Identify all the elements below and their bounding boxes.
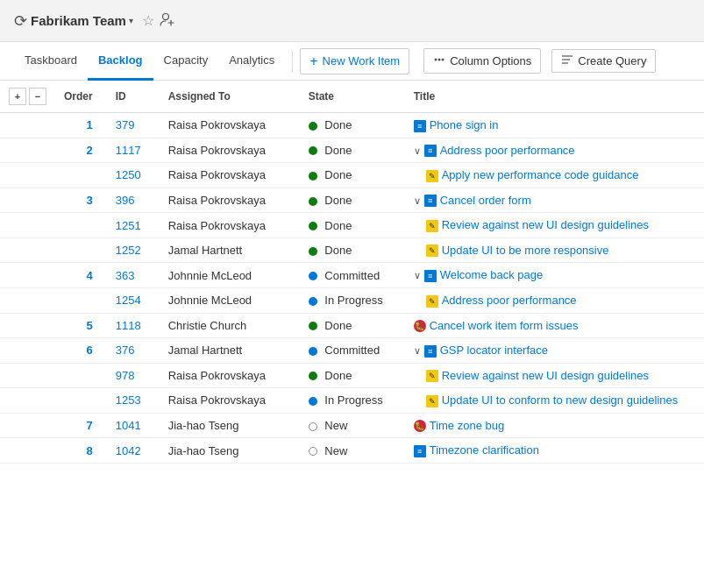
title-link[interactable]: Cancel order form bbox=[440, 194, 531, 207]
row-order: 2 bbox=[55, 138, 107, 163]
row-order: 8 bbox=[55, 438, 107, 464]
row-id[interactable]: 376 bbox=[107, 338, 160, 364]
title-link[interactable]: Cancel work item form issues bbox=[430, 319, 579, 332]
state-label: Done bbox=[324, 319, 352, 332]
table-row: 3 396 Raisa Pokrovskaya Done ∨≡Cancel or… bbox=[0, 188, 704, 213]
table-row: 1252 Jamal Hartnett Done ✎Update UI to b… bbox=[0, 237, 704, 263]
row-title: ✎Update UI to be more responsive bbox=[405, 237, 704, 263]
title-link[interactable]: Review against new UI design guidelines bbox=[442, 218, 649, 231]
row-id[interactable]: 1250 bbox=[107, 163, 160, 188]
collapse-toggle[interactable]: ∨ bbox=[414, 145, 421, 156]
expand-all-button[interactable]: + bbox=[9, 88, 26, 105]
row-id[interactable]: 363 bbox=[107, 263, 160, 288]
tab-analytics[interactable]: Analytics bbox=[218, 42, 285, 81]
bug-icon: 🐛 bbox=[414, 420, 426, 432]
team-name: Fabrikam Team bbox=[31, 13, 126, 28]
tab-backlog[interactable]: Backlog bbox=[88, 42, 153, 81]
title-link[interactable]: Review against new UI design guidelines bbox=[442, 369, 649, 382]
title-link[interactable]: Apply new performance code guidance bbox=[442, 168, 639, 181]
chevron-down-icon[interactable]: ▾ bbox=[129, 16, 133, 25]
user-story-icon: ≡ bbox=[414, 120, 426, 132]
row-id[interactable]: 1251 bbox=[107, 213, 160, 238]
title-link[interactable]: Welcome back page bbox=[440, 268, 544, 281]
row-assigned: Jia-hao Tseng bbox=[160, 438, 300, 464]
row-id[interactable]: 1253 bbox=[107, 388, 160, 414]
top-bar: ⟳ Fabrikam Team ▾ ☆ Taskboard Backlog Ca… bbox=[0, 0, 704, 81]
column-options-label: Column Options bbox=[450, 54, 531, 67]
state-dot bbox=[309, 272, 317, 280]
row-order bbox=[55, 363, 107, 388]
row-id[interactable]: 1252 bbox=[107, 237, 160, 263]
row-id[interactable]: 1117 bbox=[107, 138, 160, 163]
row-id[interactable]: 1118 bbox=[107, 313, 160, 338]
backlog-table: + − Order ID Assigned To State Title 1 3… bbox=[0, 81, 704, 464]
row-title: ≡Timezone clarification bbox=[405, 438, 704, 464]
title-link[interactable]: GSP locator interface bbox=[440, 344, 548, 357]
row-order: 4 bbox=[55, 263, 107, 288]
column-options-icon bbox=[433, 53, 445, 68]
title-link[interactable]: Timezone clarification bbox=[430, 443, 539, 457]
create-query-icon bbox=[561, 54, 573, 67]
row-state: Committed bbox=[300, 263, 405, 288]
row-id[interactable]: 1041 bbox=[107, 413, 160, 438]
collapse-toggle[interactable]: ∨ bbox=[414, 195, 421, 206]
row-title: ✎Review against new UI design guidelines bbox=[405, 363, 704, 388]
add-person-icon[interactable] bbox=[160, 11, 175, 31]
table-row: 8 1042 Jia-hao Tseng New ≡Timezone clari… bbox=[0, 438, 704, 464]
state-label: Done bbox=[324, 244, 352, 257]
row-title: ✎Address poor performance bbox=[405, 287, 704, 313]
column-options-button[interactable]: Column Options bbox=[423, 48, 541, 74]
collapse-all-button[interactable]: − bbox=[29, 88, 46, 105]
table-row: 1 379 Raisa Pokrovskaya Done ≡Phone sign… bbox=[0, 113, 704, 138]
state-label: Done bbox=[324, 369, 352, 382]
create-query-label: Create Query bbox=[578, 54, 646, 67]
collapse-toggle[interactable]: ∨ bbox=[414, 345, 421, 356]
new-work-item-button[interactable]: + New Work Item bbox=[300, 48, 409, 74]
state-dot bbox=[309, 397, 317, 406]
title-link[interactable]: Time zone bug bbox=[430, 419, 505, 432]
title-link[interactable]: Update UI to be more responsive bbox=[442, 244, 609, 257]
row-state: Done bbox=[300, 213, 405, 238]
svg-point-5 bbox=[442, 59, 444, 61]
row-order bbox=[55, 287, 107, 313]
table-row: 4 363 Johnnie McLeod Committed ∨≡Welcome… bbox=[0, 263, 704, 288]
state-dot bbox=[309, 197, 317, 206]
title-link[interactable]: Phone sign in bbox=[430, 118, 499, 131]
create-query-button[interactable]: Create Query bbox=[551, 49, 656, 73]
star-icon[interactable]: ☆ bbox=[142, 12, 154, 29]
row-expand-cell bbox=[0, 413, 55, 438]
title-link[interactable]: Update UI to conform to new design guide… bbox=[442, 393, 679, 407]
row-id[interactable]: 978 bbox=[107, 363, 160, 388]
task-icon: ✎ bbox=[426, 395, 438, 407]
title-link[interactable]: Address poor performance bbox=[442, 294, 577, 307]
tab-capacity[interactable]: Capacity bbox=[153, 42, 219, 81]
task-icon: ✎ bbox=[426, 244, 438, 257]
order-header: Order bbox=[55, 81, 107, 113]
row-assigned: Raisa Pokrovskaya bbox=[160, 388, 300, 414]
tab-taskboard[interactable]: Taskboard bbox=[14, 42, 88, 81]
row-expand-cell bbox=[0, 163, 55, 188]
user-story-icon: ≡ bbox=[424, 345, 437, 358]
nav-divider bbox=[292, 51, 293, 72]
task-icon: ✎ bbox=[426, 220, 438, 232]
row-id[interactable]: 1254 bbox=[107, 287, 160, 313]
svg-point-4 bbox=[438, 59, 441, 61]
row-id[interactable]: 396 bbox=[107, 188, 160, 213]
row-order bbox=[55, 388, 107, 414]
row-order: 7 bbox=[55, 413, 107, 438]
table-row: 1254 Johnnie McLeod In Progress ✎Address… bbox=[0, 287, 704, 313]
row-title: ∨≡Address poor performance bbox=[405, 138, 704, 163]
row-id[interactable]: 1042 bbox=[107, 438, 160, 464]
state-dot bbox=[309, 122, 317, 131]
task-icon: ✎ bbox=[426, 370, 438, 382]
user-story-icon: ≡ bbox=[414, 445, 426, 457]
row-id[interactable]: 379 bbox=[107, 113, 160, 138]
table-row: 5 1118 Christie Church Done 🐛Cancel work… bbox=[0, 313, 704, 338]
state-label: Done bbox=[324, 168, 352, 181]
row-assigned: Jia-hao Tseng bbox=[160, 413, 300, 438]
collapse-toggle[interactable]: ∨ bbox=[414, 270, 421, 280]
state-dot bbox=[309, 372, 317, 380]
title-link[interactable]: Address poor performance bbox=[440, 144, 575, 157]
row-expand-cell bbox=[0, 138, 55, 163]
id-header: ID bbox=[107, 81, 160, 113]
